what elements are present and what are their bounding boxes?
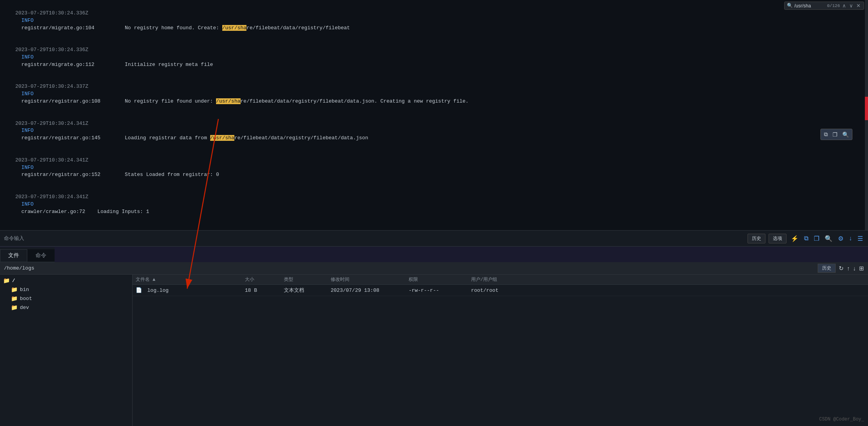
- file-mtime: 2023/07/29 13:08: [331, 288, 409, 293]
- file-size: 18 B: [245, 288, 284, 293]
- copy-button[interactable]: ⧉: [822, 130, 830, 138]
- file-panels: 📁 / 📁 bin 📁 boot 📁 dev 文件名 ▲ 大小 类型 修: [0, 275, 868, 426]
- col-size: 大小: [245, 276, 284, 283]
- upload-button[interactable]: ↑: [847, 265, 850, 272]
- tree-panel: 📁 / 📁 bin 📁 boot 📁 dev: [0, 275, 133, 426]
- tree-item-bin[interactable]: 📁 bin: [0, 285, 132, 294]
- log-line: 2023-07-29T10:30:24.337Z INFO registrar/…: [3, 76, 865, 112]
- folder-icon: 📁: [11, 304, 18, 311]
- terminal-scrollbar[interactable]: [865, 0, 868, 242]
- folder-icon: 📁: [11, 286, 18, 293]
- path-bar: /home/logs 历史 ↻ ↑ ↓ ⊞: [0, 262, 868, 275]
- tree-item-boot[interactable]: 📁 boot: [0, 294, 132, 303]
- float-toolbar: ⧉ ❐ 🔍: [820, 129, 852, 140]
- tabs: 文件 命令: [0, 247, 55, 262]
- col-name[interactable]: 文件名 ▲: [136, 276, 245, 283]
- col-type: 类型: [284, 276, 331, 283]
- log-line: 2023-07-29T10:30:24.336Z INFO registrar/…: [3, 39, 865, 76]
- search-count: 0/126: [827, 4, 840, 8]
- menu-icon-button[interactable]: ☰: [856, 235, 864, 242]
- file-owner: root/root: [471, 288, 549, 293]
- col-perm: 权限: [409, 276, 471, 283]
- terminal: 2023-07-29T10:30:24.336Z INFO registrar/…: [0, 0, 868, 242]
- options-button[interactable]: 选项: [769, 234, 787, 243]
- col-owner: 用户/用户组: [471, 276, 549, 283]
- folder-icon: 📁: [3, 277, 10, 284]
- flash-icon-button[interactable]: ⚡: [790, 235, 800, 242]
- cmd-text-input[interactable]: [30, 236, 744, 241]
- find-button[interactable]: 🔍: [840, 130, 851, 138]
- paste-button[interactable]: ❐: [831, 130, 840, 138]
- search-bar[interactable]: 🔍 0/126 ∧ ∨ ✕: [784, 2, 864, 10]
- tree-item-root[interactable]: 📁 /: [0, 276, 132, 285]
- file-perm: -rw-r--r--: [409, 288, 471, 293]
- history-button[interactable]: 历史: [748, 234, 765, 243]
- more-options-button[interactable]: ⊞: [859, 265, 864, 272]
- current-path: /home/logs: [4, 265, 815, 271]
- log-line: 2023-07-29T10:30:24.341Z INFO registrar/…: [3, 149, 865, 186]
- refresh-button[interactable]: ↻: [839, 265, 844, 272]
- search-close-button[interactable]: ✕: [856, 3, 861, 9]
- clipboard-icon-button[interactable]: ❐: [813, 235, 820, 242]
- file-list-row[interactable]: 📄 log.log 18 B 文本文档 2023/07/29 13:08 -rw…: [133, 285, 868, 296]
- log-line: 2023-07-29T10:30:24.341Z INFO registrar/…: [3, 113, 865, 149]
- settings-icon-button[interactable]: ⚙: [837, 235, 845, 242]
- file-list-panel: 文件名 ▲ 大小 类型 修改时间 权限 用户/用户组 📄 log.log 18 …: [133, 275, 868, 426]
- cmd-input-label: 命令输入: [4, 235, 27, 242]
- search-next-button[interactable]: ∨: [849, 3, 854, 9]
- tree-item-dev[interactable]: 📁 dev: [0, 303, 132, 312]
- file-list-header: 文件名 ▲ 大小 类型 修改时间 权限 用户/用户组: [133, 275, 868, 285]
- tab-commands[interactable]: 命令: [27, 249, 55, 262]
- folder-icon: 📁: [11, 295, 18, 302]
- search-icon: 🔍: [787, 3, 793, 9]
- file-name: 📄 log.log: [136, 287, 245, 293]
- tab-files[interactable]: 文件: [0, 249, 27, 262]
- watermark: CSDN @Coder_Boy_: [819, 417, 864, 422]
- search-input[interactable]: [794, 3, 825, 9]
- cmd-input-bar: 命令输入 历史 选项 ⚡ ⧉ ❐ 🔍 ⚙ ↓ ☰: [0, 230, 868, 247]
- log-line: 2023-07-29T10:30:24.341Z INFO crawler/cr…: [3, 186, 865, 223]
- col-mtime: 修改时间: [331, 276, 409, 283]
- file-icon: 📄: [136, 288, 142, 293]
- download-files-button[interactable]: ↓: [853, 265, 856, 272]
- download-icon-button[interactable]: ↓: [848, 235, 853, 242]
- log-line: 2023-07-29T10:30:24.336Z INFO registrar/…: [3, 2, 865, 39]
- search-icon-button[interactable]: 🔍: [824, 235, 834, 242]
- copy-icon-button[interactable]: ⧉: [803, 235, 810, 242]
- search-prev-button[interactable]: ∧: [841, 3, 847, 9]
- file-browser: /home/logs 历史 ↻ ↑ ↓ ⊞ 📁 / 📁 bin 📁 boot 📁…: [0, 262, 868, 426]
- file-type: 文本文档: [284, 287, 331, 294]
- path-history-button[interactable]: 历史: [818, 264, 836, 273]
- scrollbar-thumb[interactable]: [865, 97, 868, 120]
